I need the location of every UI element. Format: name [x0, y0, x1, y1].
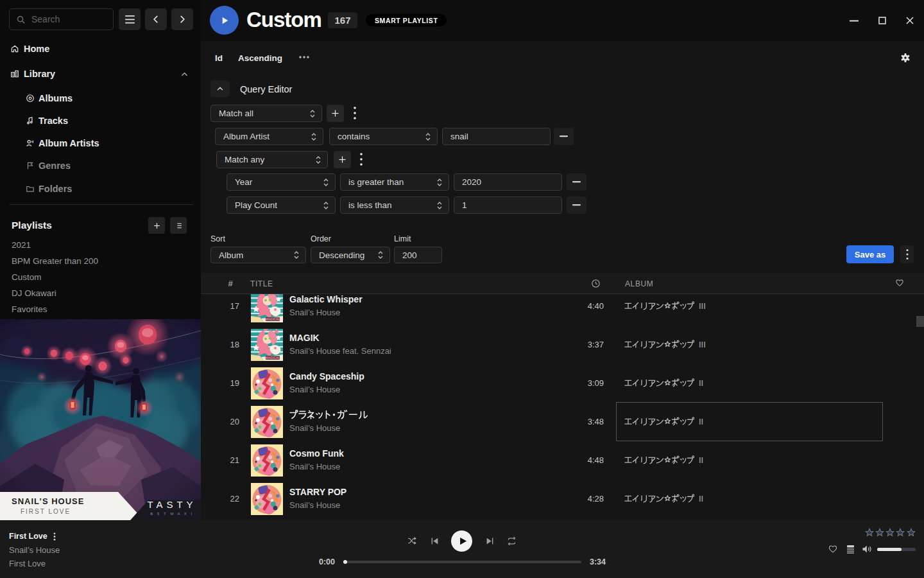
svg-text:B 5 T M A X I: B 5 T M A X I — [150, 512, 193, 516]
svg-text:FIRST LOVE: FIRST LOVE — [21, 508, 71, 515]
svg-text:MAGICAL: MAGICAL — [265, 317, 280, 321]
svg-text:TASTY: TASTY — [147, 499, 196, 510]
svg-text:MAGICAL: MAGICAL — [265, 356, 280, 360]
svg-text:SNAIL’S HOUSE: SNAIL’S HOUSE — [12, 496, 84, 506]
